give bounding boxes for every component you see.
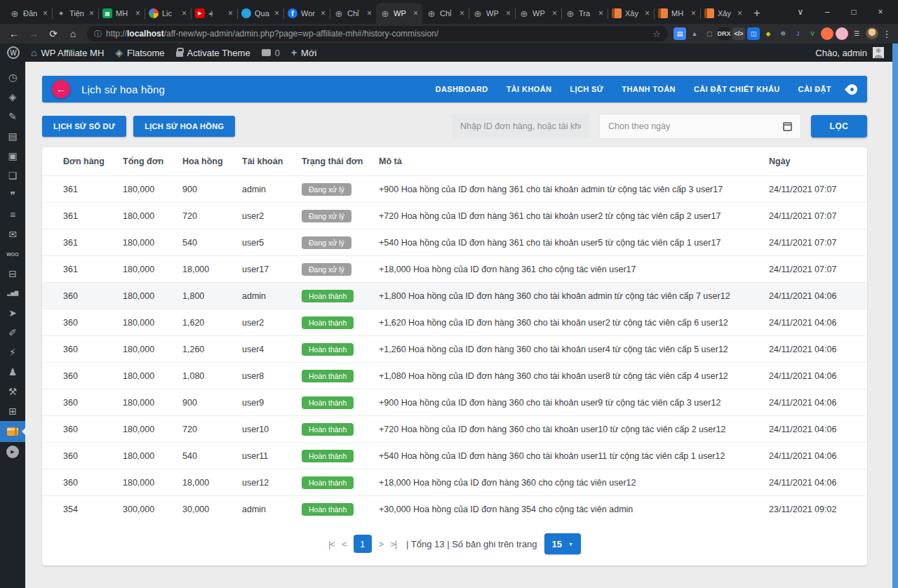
sidebar-item[interactable]: ❏ (0, 166, 25, 185)
table-row[interactable]: 354300,00030,000adminHoàn thành+30,000 H… (42, 495, 867, 522)
sidebar-item[interactable]: ⚡ (0, 342, 25, 362)
tab-close-icon[interactable]: × (321, 8, 326, 18)
admin-bar-flatsome[interactable]: ◈ Flatsome (115, 47, 164, 58)
table-row[interactable]: 361180,00018,000user17Đang xử lý+18,000 … (42, 255, 867, 282)
new-tab-button[interactable]: + (748, 4, 766, 22)
puzzle-extension-icon[interactable] (836, 27, 848, 40)
minimize-button[interactable]: – (814, 0, 840, 24)
devtools-extension-icon[interactable]: ◫ (747, 27, 760, 40)
tab-close-icon[interactable]: × (274, 8, 279, 18)
tab-close-icon[interactable]: × (645, 8, 650, 18)
browser-tab[interactable]: ⊕Chỉ× (422, 3, 469, 24)
sidebar-item[interactable]: ⊟ (0, 264, 25, 283)
nav-item-c-i-t[interactable]: CÀI ĐẶT (798, 85, 831, 93)
tab-close-icon[interactable]: × (182, 8, 187, 18)
tab-close-icon[interactable]: × (460, 8, 464, 18)
browser-tab[interactable]: Lic× (145, 3, 191, 24)
drive-extension-icon[interactable]: ▲ (688, 27, 701, 40)
back-button[interactable]: ← (52, 80, 70, 98)
filter-button[interactable]: LỌC (811, 115, 867, 138)
table-row[interactable]: 360180,0001,800adminHoàn thành+1,800 Hoa… (42, 282, 867, 309)
gear-extension-icon[interactable]: ☸ (777, 27, 789, 40)
nav-item-c-i-t-chi-t-kh-u[interactable]: CÀI ĐẶT CHIẾT KHẤU (694, 85, 780, 93)
table-row[interactable]: 360180,000900user9Hoàn thành+900 Hoa hồn… (42, 389, 867, 415)
maximize-button[interactable]: □ (840, 0, 867, 24)
wordpress-logo-icon[interactable]: W (7, 46, 20, 59)
page-scrollbar[interactable] (892, 44, 898, 588)
browser-tab[interactable]: Xây× (608, 3, 654, 24)
browser-tab[interactable]: ⊕WP× (515, 3, 561, 24)
prev-page-icon[interactable]: < (342, 539, 347, 549)
sidebar-item[interactable]: ⊞ (0, 401, 25, 421)
date-filter-input[interactable]: Chon theo ngày (599, 114, 801, 139)
sidebar-item[interactable]: ◈ (0, 87, 25, 107)
sidebar-item[interactable]: ▶ (0, 442, 25, 462)
admin-bar-account[interactable]: Chào, admin (815, 47, 891, 58)
sidebar-item[interactable]: ▂▅▇ (0, 283, 25, 303)
per-page-dropdown[interactable]: 15 ▼ (544, 533, 581, 554)
commission-history-button[interactable]: LỊCH SỬ HOA HỒNG (133, 116, 235, 137)
sidebar-item[interactable]: ⚒ (0, 382, 25, 401)
current-page-button[interactable]: 1 (354, 535, 372, 553)
sidebar-item[interactable]: WOO (0, 244, 25, 264)
site-info-icon[interactable]: ⓘ (94, 29, 102, 39)
first-page-icon[interactable]: |< (328, 539, 335, 549)
tab-close-icon[interactable]: × (691, 8, 696, 18)
tab-close-icon[interactable]: × (552, 8, 557, 18)
vue-extension-icon[interactable]: V (806, 27, 819, 40)
next-page-icon[interactable]: > (379, 539, 384, 549)
close-button[interactable]: × (867, 0, 894, 24)
admin-bar-site[interactable]: ⌂ WP Affiliate MH (31, 47, 104, 58)
lighthouse-extension-icon[interactable]: ◆ (762, 27, 775, 40)
browser-tab[interactable]: ⊕WP× (469, 3, 515, 24)
tab-audio-icon[interactable]: ◂) (208, 10, 213, 17)
table-row[interactable]: 360180,0001,260user4Hoàn thành+1,260 Hoa… (42, 335, 867, 362)
tab-close-icon[interactable]: × (135, 8, 140, 18)
json-extension-icon[interactable]: J (791, 27, 804, 40)
tab-close-icon[interactable]: × (43, 8, 48, 18)
balance-history-button[interactable]: LỊCH SỬ SỐ DƯ (42, 116, 126, 137)
table-row[interactable]: 361180,000900adminĐang xử lý+900 Hoa hồn… (42, 175, 867, 202)
sidebar-item[interactable] (0, 421, 25, 442)
browser-tab-active[interactable]: ⊕WP× (376, 3, 422, 24)
search-input[interactable] (452, 114, 589, 139)
last-page-icon[interactable]: >| (390, 539, 396, 549)
browser-tab[interactable]: ▦MH× (98, 3, 145, 24)
sidebar-item[interactable]: ◷ (0, 67, 25, 87)
sidebar-item[interactable]: ✉ (0, 225, 25, 244)
browser-tab[interactable]: MH× (654, 3, 700, 24)
screenshot-extension-icon[interactable]: ▢ (703, 27, 716, 40)
table-row[interactable]: 360180,00018,000user12Hoàn thành+18,000 … (42, 469, 867, 495)
sidebar-item[interactable]: ➤ (0, 303, 25, 323)
reload-icon[interactable]: ⟳ (45, 25, 62, 42)
tab-close-icon[interactable]: × (506, 8, 511, 18)
tab-close-icon[interactable]: × (228, 8, 233, 18)
tab-close-icon[interactable]: × (89, 8, 94, 18)
nav-item-t-i-kho-n[interactable]: TÀI KHOẢN (507, 85, 552, 93)
sidebar-item[interactable]: ▣ (0, 146, 25, 166)
forward-icon[interactable]: → (25, 25, 42, 42)
table-row[interactable]: 360180,000720user10Hoàn thành+720 Hoa hồ… (42, 415, 867, 442)
table-row[interactable]: 360180,0001,080user8Hoàn thành+1,080 Hoa… (42, 362, 867, 389)
table-row[interactable]: 361180,000540user5Đang xử lý+540 Hoa hồn… (42, 229, 867, 255)
sidebar-item[interactable]: ≡ (0, 205, 25, 225)
sidebar-item[interactable]: ✎ (0, 107, 25, 126)
drx-extension-icon[interactable]: DRX (718, 27, 730, 40)
tab-search-icon[interactable]: ∨ (787, 0, 814, 24)
admin-bar-new[interactable]: + Mới (291, 47, 316, 58)
browser-menu-icon[interactable]: ⋮ (881, 29, 892, 39)
tab-close-icon[interactable]: × (598, 8, 603, 18)
calendar-icon[interactable] (783, 122, 792, 131)
browser-tab[interactable]: ✦Tiện× (52, 3, 98, 24)
bookmark-star-icon[interactable]: ☆ (652, 29, 661, 39)
browser-tab[interactable]: ⊕Đăn× (6, 3, 52, 24)
back-icon[interactable]: ← (6, 25, 22, 42)
tab-close-icon[interactable]: × (367, 8, 372, 18)
browser-tab[interactable]: Xây× (700, 3, 746, 24)
code-extension-icon[interactable]: </> (732, 27, 745, 40)
admin-bar-activate-theme[interactable]: Activate Theme (176, 48, 250, 58)
browser-profile-avatar[interactable] (866, 27, 878, 40)
sidebar-item[interactable]: ♟ (0, 362, 25, 382)
browser-tab[interactable]: ▶◂)× (191, 3, 237, 24)
browser-tab[interactable]: fWor× (283, 3, 330, 24)
